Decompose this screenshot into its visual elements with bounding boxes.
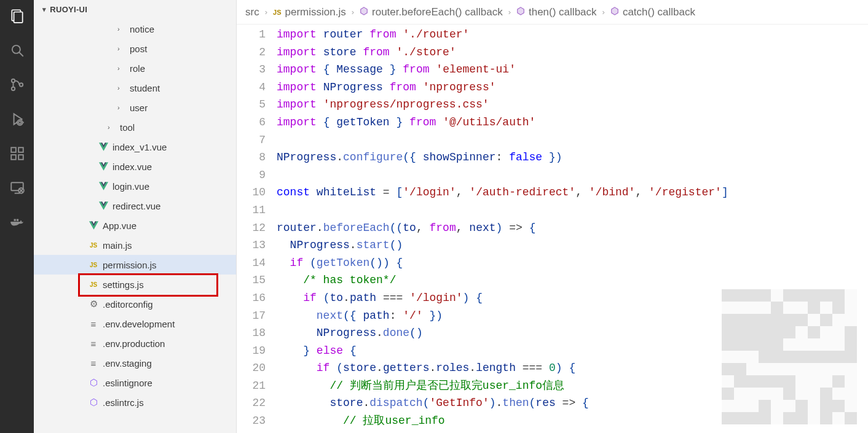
project-header[interactable]: ▾ RUOYI-UI <box>34 0 236 19</box>
code-line[interactable] <box>277 131 868 149</box>
project-title: RUOYI-UI <box>50 5 87 14</box>
activity-bar <box>0 0 34 433</box>
tree-item-label: student <box>130 83 160 93</box>
line-number: 23 <box>237 412 266 430</box>
svg-point-4 <box>11 79 14 82</box>
eslint-file-icon: ⬡ <box>88 377 99 388</box>
config-file-icon: ≡ <box>88 319 99 329</box>
explorer-icon[interactable] <box>9 7 26 25</box>
line-number: 9 <box>237 166 266 184</box>
source-control-icon[interactable] <box>9 76 26 93</box>
file-item[interactable]: login.vue <box>34 176 236 196</box>
code-line[interactable]: import router from './router' <box>277 26 868 44</box>
tree-item-label: user <box>130 103 148 113</box>
line-number: 17 <box>237 307 266 325</box>
tree-item-label: index.vue <box>112 162 152 172</box>
code-line[interactable]: import { Message } from 'element-ui' <box>277 61 868 79</box>
file-item[interactable]: ⬡.eslintrc.js <box>34 392 236 412</box>
folder-item[interactable]: ›user <box>34 98 236 117</box>
docker-icon[interactable] <box>9 214 26 231</box>
code-line[interactable]: const whiteList = ['/login', '/auth-redi… <box>277 184 868 201</box>
folder-item[interactable]: ›role <box>34 58 236 78</box>
code-line[interactable]: import { getToken } from '@/utils/auth' <box>277 114 868 131</box>
chevron-right-icon: › <box>108 123 116 131</box>
file-item[interactable]: JSpermission.js <box>34 255 236 275</box>
js-file-icon: JS <box>88 262 99 268</box>
code-line[interactable]: import store from './store' <box>277 44 868 61</box>
tree-item-label: main.js <box>103 240 132 251</box>
line-number: 12 <box>237 219 266 237</box>
code-line[interactable]: import NProgress from 'nprogress' <box>277 79 868 96</box>
tree-item-label: login.vue <box>112 181 149 192</box>
config-file-icon: ≡ <box>88 338 99 349</box>
file-item[interactable]: JSmain.js <box>34 235 236 255</box>
breadcrumb-item[interactable]: JS permission.js <box>273 6 346 18</box>
code-line[interactable]: NProgress.start() <box>277 236 868 254</box>
file-item[interactable]: ≡.env.development <box>34 314 236 334</box>
line-number: 7 <box>237 131 266 149</box>
file-item[interactable]: ⬡.eslintignore <box>34 373 236 392</box>
vue-file-icon <box>88 221 99 230</box>
file-item[interactable]: index.vue <box>34 157 236 176</box>
breadcrumb-item[interactable]: then() callback <box>516 6 597 18</box>
vue-file-icon <box>98 162 109 171</box>
code-line[interactable]: NProgress.configure({ showSpinner: false… <box>277 149 868 166</box>
tree-item-label: notice <box>130 24 154 34</box>
breadcrumb[interactable]: src›JS permission.js› router.beforeEach(… <box>237 0 868 25</box>
file-item[interactable]: redirect.vue <box>34 196 236 216</box>
tree-item-label: post <box>130 44 147 54</box>
vue-file-icon <box>98 182 109 190</box>
folder-item[interactable]: ›notice <box>34 19 236 39</box>
line-number: 3 <box>237 61 266 79</box>
code-editor[interactable]: 1234567891011121314151617181920212223 im… <box>237 25 868 433</box>
code-line[interactable]: /* has token*/ <box>277 271 868 289</box>
line-number: 1 <box>237 26 266 44</box>
code-line[interactable]: if (getToken()) { <box>277 254 868 272</box>
search-icon[interactable] <box>9 42 26 59</box>
extensions-icon[interactable] <box>9 145 26 162</box>
tree-item-label: settings.js <box>103 279 144 290</box>
file-tree[interactable]: ›notice›post›role›student›user›toolindex… <box>34 19 236 433</box>
file-item[interactable]: JSsettings.js <box>34 275 236 294</box>
file-item[interactable]: ≡.env.production <box>34 334 236 353</box>
svg-rect-24 <box>14 219 15 221</box>
file-item[interactable]: index_v1.vue <box>34 137 236 157</box>
code-line[interactable] <box>277 201 868 219</box>
breadcrumb-item[interactable]: catch() callback <box>610 6 695 18</box>
breadcrumb-label: permission.js <box>285 6 345 18</box>
file-item[interactable]: ⚙.editorconfig <box>34 294 236 314</box>
breadcrumb-label: src <box>245 6 259 18</box>
remote-icon[interactable] <box>9 179 26 197</box>
chevron-right-icon: › <box>117 64 126 72</box>
line-number: 15 <box>237 271 266 289</box>
folder-item[interactable]: ›tool <box>34 117 236 137</box>
svg-point-5 <box>11 87 14 90</box>
breadcrumb-label: then() callback <box>529 6 597 18</box>
editor-area: src›JS permission.js› router.beforeEach(… <box>237 0 868 433</box>
folder-item[interactable]: ›student <box>34 78 236 98</box>
svg-point-2 <box>12 45 20 53</box>
file-item[interactable]: App.vue <box>34 216 236 235</box>
tree-item-label: .env.development <box>103 319 175 329</box>
tree-item-label: .eslintrc.js <box>103 397 144 408</box>
tree-item-label: .env.production <box>103 338 165 349</box>
tree-item-label: .eslintignore <box>103 378 152 388</box>
line-number: 10 <box>237 184 266 201</box>
chevron-right-icon: › <box>507 7 513 17</box>
breadcrumb-item[interactable]: src <box>245 6 259 18</box>
file-item[interactable]: ≡.env.staging <box>34 353 236 373</box>
chevron-right-icon: › <box>601 7 607 17</box>
line-number: 5 <box>237 96 266 114</box>
code-line[interactable]: router.beforeEach((to, from, next) => { <box>277 219 868 237</box>
chevron-right-icon: › <box>263 7 269 17</box>
method-icon <box>516 7 525 17</box>
code-line[interactable]: import 'nprogress/nprogress.css' <box>277 96 868 114</box>
code-line[interactable] <box>277 166 868 184</box>
svg-rect-1 <box>14 12 22 23</box>
debug-icon[interactable] <box>9 111 26 128</box>
js-file-icon: JS <box>88 281 99 288</box>
line-number: 19 <box>237 342 266 360</box>
folder-item[interactable]: ›post <box>34 39 236 58</box>
breadcrumb-item[interactable]: router.beforeEach() callback <box>360 6 503 18</box>
line-number: 16 <box>237 289 266 307</box>
